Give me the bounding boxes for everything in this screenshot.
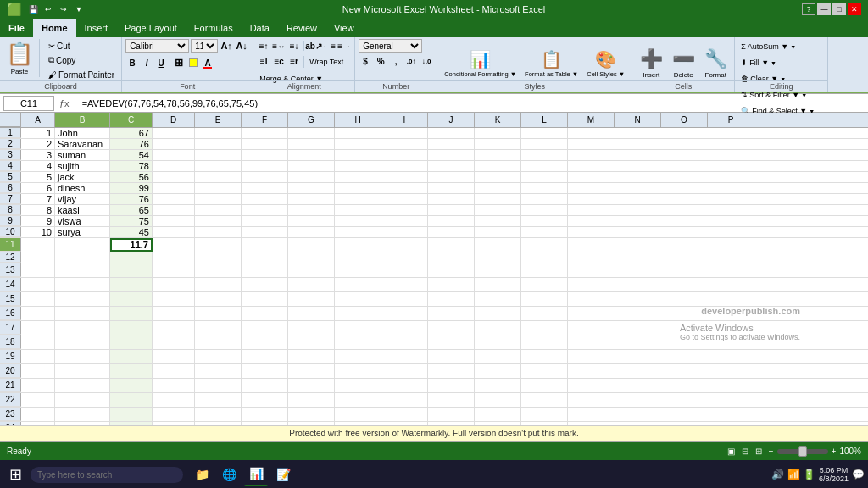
cell-l8[interactable]: [521, 205, 568, 215]
cell-h11[interactable]: [335, 238, 381, 252]
notification-icon[interactable]: 💬: [852, 469, 865, 480]
cell-b19[interactable]: [55, 350, 110, 363]
cell-b9[interactable]: viswa: [55, 216, 110, 226]
col-header-j[interactable]: J: [428, 113, 475, 127]
cell-j8[interactable]: [428, 205, 475, 215]
cell-a8[interactable]: 8: [21, 205, 55, 215]
cell-c1[interactable]: 67: [110, 128, 153, 138]
cell-g12[interactable]: [288, 252, 335, 263]
cell-d19[interactable]: [153, 350, 195, 363]
row-header-22[interactable]: 22: [0, 393, 21, 407]
row-header-6[interactable]: 6: [0, 183, 21, 193]
cell-h4[interactable]: [335, 161, 381, 171]
cell-b11[interactable]: [55, 238, 110, 252]
cell-i21[interactable]: [381, 379, 428, 392]
cell-b8[interactable]: kaasi: [55, 205, 110, 215]
cell-a22[interactable]: [21, 393, 55, 407]
cell-g9[interactable]: [288, 216, 335, 226]
cell-j11[interactable]: [428, 238, 475, 252]
cell-e22[interactable]: [195, 393, 242, 407]
cell-h2[interactable]: [335, 139, 381, 149]
cell-c23[interactable]: [110, 408, 153, 421]
cell-h20[interactable]: [335, 364, 381, 378]
cell-e12[interactable]: [195, 252, 242, 263]
zoom-in-btn[interactable]: +: [832, 446, 837, 456]
cell-a15[interactable]: [21, 292, 55, 306]
cell-reference-box[interactable]: [3, 96, 54, 111]
cell-j14[interactable]: [428, 278, 475, 291]
cell-a5[interactable]: 5: [21, 172, 55, 182]
cell-c9[interactable]: 75: [110, 216, 153, 226]
cell-h5[interactable]: [335, 172, 381, 182]
cell-d5[interactable]: [153, 172, 195, 182]
cell-k15[interactable]: [475, 292, 521, 306]
row-header-4[interactable]: 4: [0, 161, 21, 171]
col-header-d[interactable]: D: [153, 113, 195, 127]
row-header-15[interactable]: 15: [0, 292, 21, 306]
col-header-a[interactable]: A: [21, 113, 55, 127]
row-header-13[interactable]: 13: [0, 263, 21, 277]
cell-d1[interactable]: [153, 128, 195, 138]
font-color-btn[interactable]: A: [201, 56, 214, 69]
cell-l21[interactable]: [521, 379, 568, 392]
cell-d6[interactable]: [153, 183, 195, 193]
cell-k16[interactable]: [475, 307, 521, 320]
cell-e15[interactable]: [195, 292, 242, 306]
cell-g16[interactable]: [288, 307, 335, 320]
row-header-17[interactable]: 17: [0, 321, 21, 335]
tab-review[interactable]: Review: [278, 19, 326, 37]
cell-f9[interactable]: [242, 216, 288, 226]
col-header-b[interactable]: B: [55, 113, 110, 127]
cell-i3[interactable]: [381, 150, 428, 160]
cell-i18[interactable]: [381, 336, 428, 349]
cell-i15[interactable]: [381, 292, 428, 306]
cell-h15[interactable]: [335, 292, 381, 306]
cell-l19[interactable]: [521, 350, 568, 363]
customize-quick-btn[interactable]: ▼: [72, 3, 86, 16]
row-header-18[interactable]: 18: [0, 336, 21, 349]
maximize-btn[interactable]: □: [832, 3, 846, 15]
col-header-f[interactable]: F: [242, 113, 288, 127]
cell-g11[interactable]: [288, 238, 335, 252]
cell-l17[interactable]: [521, 321, 568, 335]
col-header-l[interactable]: L: [521, 113, 568, 127]
row-header-3[interactable]: 3: [0, 150, 21, 160]
cell-l3[interactable]: [521, 150, 568, 160]
row-header-1[interactable]: 1: [0, 128, 21, 138]
cell-c12[interactable]: [110, 252, 153, 263]
cell-g13[interactable]: [288, 263, 335, 277]
cell-e3[interactable]: [195, 150, 242, 160]
cell-f5[interactable]: [242, 172, 288, 182]
cell-e8[interactable]: [195, 205, 242, 215]
cell-j2[interactable]: [428, 139, 475, 149]
cell-g4[interactable]: [288, 161, 335, 171]
cell-l18[interactable]: [521, 336, 568, 349]
cell-d17[interactable]: [153, 321, 195, 335]
row-header-10[interactable]: 10: [0, 227, 21, 237]
tab-formulas[interactable]: Formulas: [186, 19, 242, 37]
cell-g22[interactable]: [288, 393, 335, 407]
cell-e20[interactable]: [195, 364, 242, 378]
cell-a16[interactable]: [21, 307, 55, 320]
underline-btn[interactable]: U: [154, 56, 168, 69]
cell-j22[interactable]: [428, 393, 475, 407]
cell-i23[interactable]: [381, 408, 428, 421]
paste-button[interactable]: 📋 Paste: [3, 39, 36, 77]
tab-page-layout[interactable]: Page Layout: [116, 19, 186, 37]
cell-g15[interactable]: [288, 292, 335, 306]
cell-g19[interactable]: [288, 350, 335, 363]
cell-j6[interactable]: [428, 183, 475, 193]
autosum-btn[interactable]: Σ AutoSum ▼ ▼: [738, 39, 798, 54]
cell-e14[interactable]: [195, 278, 242, 291]
cell-f18[interactable]: [242, 336, 288, 349]
cell-c5[interactable]: 56: [110, 172, 153, 182]
cell-e5[interactable]: [195, 172, 242, 182]
cell-c8[interactable]: 65: [110, 205, 153, 215]
zoom-slider[interactable]: [777, 449, 828, 454]
cell-a18[interactable]: [21, 336, 55, 349]
cell-c16[interactable]: [110, 307, 153, 320]
cell-g23[interactable]: [288, 408, 335, 421]
cell-h18[interactable]: [335, 336, 381, 349]
cell-e6[interactable]: [195, 183, 242, 193]
percent-btn[interactable]: %: [374, 54, 387, 68]
